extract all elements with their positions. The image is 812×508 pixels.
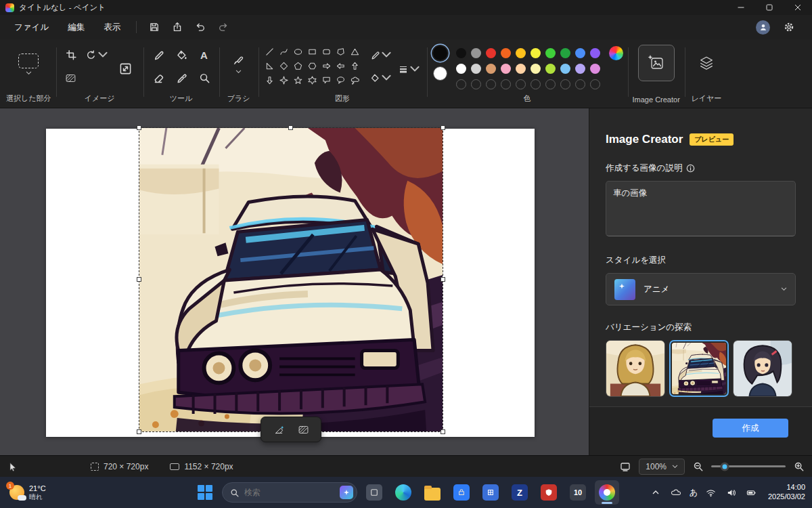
shape-rectangle-icon[interactable] [306,45,319,58]
custom-color-slot[interactable] [531,79,541,89]
grid-app-icon[interactable] [478,480,503,505]
custom-color-slot[interactable] [545,79,556,89]
color-swatch[interactable] [575,64,585,74]
shape-curve-icon[interactable] [277,45,291,58]
custom-color-slot[interactable] [486,79,496,89]
foreground-color-swatch[interactable] [433,46,447,60]
color-swatch[interactable] [531,64,541,74]
save-icon[interactable] [143,17,165,37]
shape-oval-icon[interactable] [292,45,305,58]
taskbar-search[interactable] [222,482,357,503]
color-swatch[interactable] [486,64,496,74]
layers-button[interactable] [690,45,723,81]
shape-arrow-left-icon[interactable] [334,59,348,72]
z-app-icon[interactable]: Z [508,480,532,505]
color-swatch[interactable] [590,64,600,74]
maximize-button[interactable] [755,0,784,15]
color-swatch[interactable] [471,48,481,58]
generated-car-image[interactable] [139,128,443,431]
shape-outline-dropdown[interactable] [368,45,394,65]
shape-hexagon-icon[interactable] [306,59,319,72]
selection-handle[interactable] [288,125,293,130]
variation-thumbnail-3[interactable] [733,340,792,397]
remove-background-icon[interactable] [61,68,81,88]
custom-color-slot[interactable] [516,79,526,89]
color-picker-icon[interactable] [171,68,191,88]
ime-indicator[interactable]: あ [690,487,698,499]
color-swatch[interactable] [501,64,511,74]
color-swatch[interactable] [501,48,511,58]
zoom-out-icon[interactable] [693,461,703,471]
volume-icon[interactable] [725,484,738,501]
close-button[interactable] [784,0,812,15]
create-button[interactable]: 作成 [713,419,788,438]
start-button[interactable] [193,480,217,505]
menu-file[interactable]: ファイル [5,18,58,37]
custom-color-slot[interactable] [501,79,511,89]
shape-arrow-down-icon[interactable] [263,73,277,87]
custom-color-slot[interactable] [456,79,466,89]
minimize-button[interactable] [727,0,755,15]
shape-polygon-icon[interactable] [334,45,348,58]
shape-pentagon-icon[interactable] [292,59,305,72]
selection-handle[interactable] [441,277,445,282]
shape-rounded-rectangle-icon[interactable] [320,45,334,58]
image-creator-button[interactable] [638,45,675,81]
selection-handle[interactable] [441,429,445,434]
color-picker-wheel[interactable] [609,46,623,60]
menu-view[interactable]: 表示 [95,18,129,37]
custom-color-slot[interactable] [471,79,481,89]
color-swatch[interactable] [545,48,556,58]
shape-diamond-icon[interactable] [277,59,291,72]
zoom-in-icon[interactable] [794,461,804,471]
microsoft-store-icon[interactable] [449,480,474,505]
selection-tool-button[interactable] [9,45,48,84]
edge-browser-icon[interactable] [391,480,415,505]
shape-speech-oval-icon[interactable] [334,73,348,87]
search-input[interactable] [244,488,334,497]
description-input[interactable]: 車の画像 [606,181,796,236]
color-swatch[interactable] [590,48,600,58]
wifi-icon[interactable] [704,484,718,501]
color-swatch[interactable] [516,64,526,74]
selection-handle[interactable] [137,429,141,434]
color-swatch[interactable] [471,64,481,74]
menu-edit[interactable]: 編集 [59,18,93,37]
shape-star-six-icon[interactable] [306,73,319,87]
shape-arrow-right-icon[interactable] [320,59,334,72]
selection-handle[interactable] [441,125,445,130]
battery-icon[interactable] [745,484,759,501]
color-swatch[interactable] [560,64,570,74]
custom-color-slot[interactable] [560,79,570,89]
tray-chevron-up-icon[interactable] [649,484,662,501]
text-tool-icon[interactable]: A [194,45,215,65]
zoom-slider[interactable] [711,465,786,467]
background-color-swatch[interactable] [433,66,447,81]
resize-icon[interactable] [113,56,139,82]
clock[interactable]: 14:00 2025/03/02 [765,483,805,502]
color-swatch[interactable] [516,48,526,58]
color-swatch[interactable] [575,48,585,58]
shape-speech-rectangle-icon[interactable] [320,73,334,87]
ten-app-icon[interactable]: 10 [566,480,590,505]
search-highlights-icon[interactable] [340,486,353,499]
eraser-icon[interactable] [148,68,168,88]
file-explorer-icon[interactable] [420,480,445,505]
paint-taskbar-icon[interactable] [595,480,619,505]
generative-erase-icon[interactable] [269,420,288,439]
selection-handle[interactable] [137,277,141,282]
variation-thumbnail-1[interactable] [606,340,665,397]
line-thickness-dropdown[interactable] [397,59,422,79]
color-swatch[interactable] [486,48,496,58]
onedrive-cloud-icon[interactable] [669,484,683,501]
variation-thumbnail-2-selected[interactable] [669,340,729,397]
shape-star-five-icon[interactable] [292,73,305,87]
canvas[interactable] [46,129,535,437]
shape-star-four-icon[interactable] [277,73,291,87]
shape-speech-cloud-icon[interactable] [348,73,362,87]
zoom-level-dropdown[interactable]: 100% [639,459,685,475]
info-icon[interactable] [686,164,695,173]
redo-icon[interactable] [212,17,234,37]
shape-fill-dropdown[interactable] [368,68,394,88]
shape-right-triangle-icon[interactable] [263,59,277,72]
